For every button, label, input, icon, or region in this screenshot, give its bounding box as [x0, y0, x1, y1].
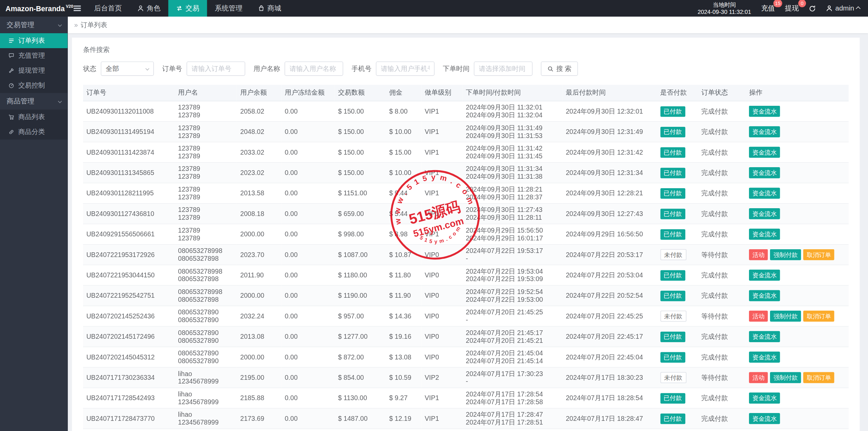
sidebar: 交易管理 订单列表 充值管理 提现管理 交易控制 商品管理: [0, 17, 67, 431]
cell-status: 等待付款: [698, 244, 746, 265]
action-cancel-order-button[interactable]: 取消订单: [803, 311, 834, 322]
action-activity-button[interactable]: 活动: [749, 372, 768, 383]
refresh-button[interactable]: [809, 5, 816, 12]
cell-paid: 未付款: [657, 244, 698, 265]
action-fund-flow-button[interactable]: 资金流水: [749, 270, 780, 281]
content: 条件搜索 状态 全部 订单号 用户名称: [67, 33, 868, 431]
phone-input[interactable]: [376, 61, 435, 76]
username: admin: [835, 4, 854, 12]
table-row: UB2407171728412976 lihao 12345678999 216…: [83, 429, 849, 431]
cell-last-pay-time: 2024年09月30日 12:28:21: [563, 183, 657, 203]
cell-username: lihao 12345678999: [175, 408, 237, 429]
withdraw-link[interactable]: 提现 0: [785, 4, 799, 13]
username-input[interactable]: [284, 61, 343, 76]
cell-order-pay-time: 2024年09月29日 15:56:50 2024年09月29日 16:01:1…: [462, 224, 563, 244]
action-fund-flow-button[interactable]: 资金流水: [749, 290, 780, 301]
cell-amount: $ 998.00: [335, 224, 386, 244]
topnav-item-trade[interactable]: 交易: [168, 0, 207, 17]
sidebar-group-goods[interactable]: 商品管理: [0, 93, 67, 110]
sidebar-item-withdraw[interactable]: 提现管理: [0, 63, 67, 78]
order-list-icon: [8, 38, 14, 44]
action-activity-button[interactable]: 活动: [749, 249, 768, 260]
cell-order-no: UB2409301131495194: [83, 121, 175, 142]
cell-last-pay-time: 2024年07月22日 20:53:04: [563, 265, 657, 285]
sidebar-submenu-goods: 商品列表 商品分类: [0, 110, 67, 139]
cell-vip-level: VIP0: [421, 326, 462, 347]
order-time-label: 下单时间: [443, 64, 469, 74]
user-menu[interactable]: admin: [826, 4, 860, 12]
cell-balance: 2166.58: [237, 429, 281, 431]
chevron-down-icon: [58, 23, 62, 27]
status-select[interactable]: 全部: [101, 61, 154, 76]
cell-commission: $ 9.44: [386, 183, 421, 203]
order-table: 订单号 用户名 用户余额 用户冻结金额 交易数额 佣金 做单级别 下单时间/付款…: [83, 85, 849, 431]
order-time-input[interactable]: [474, 61, 533, 76]
action-force-pay-button[interactable]: 强制付款: [770, 311, 801, 322]
row-actions: 资金流水: [749, 128, 782, 136]
row-actions: 活动强制付款取消订单: [749, 312, 836, 320]
cell-status: 完成付款: [698, 224, 746, 244]
hammer-icon: [8, 67, 14, 74]
cell-vip-level: VIP1: [421, 429, 462, 431]
action-fund-flow-button[interactable]: 资金流水: [749, 229, 780, 240]
action-fund-flow-button[interactable]: 资金流水: [749, 167, 780, 178]
topnav-item-role[interactable]: 角色: [130, 0, 168, 17]
cell-actions: 资金流水: [746, 429, 849, 431]
cell-order-pay-time: 2024年07月20日 21:45:25 -: [462, 306, 563, 326]
order-no-input[interactable]: [186, 61, 245, 76]
action-cancel-order-button[interactable]: 取消订单: [803, 249, 834, 260]
cell-frozen: 0.00: [281, 388, 335, 408]
action-fund-flow-button[interactable]: 资金流水: [749, 393, 780, 404]
refresh-icon: [809, 5, 816, 12]
action-activity-button[interactable]: 活动: [749, 311, 768, 322]
action-fund-flow-button[interactable]: 资金流水: [749, 147, 780, 158]
topnav-item-mall[interactable]: 商城: [250, 0, 289, 17]
cell-paid: 已付款: [657, 429, 698, 431]
cell-username: 08065327890 08065327890: [175, 347, 237, 367]
cell-status: 完成付款: [698, 408, 746, 429]
sidebar-item-trade-control[interactable]: 交易控制: [0, 78, 67, 93]
action-fund-flow-button[interactable]: 资金流水: [749, 208, 780, 219]
col-order-pay-time: 下单时间/付款时间: [462, 85, 563, 101]
col-frozen: 用户冻结金额: [281, 85, 335, 101]
cart-icon: [8, 114, 14, 120]
cell-last-pay-time: 2024年07月20日 22:45:25: [563, 306, 657, 326]
sidebar-item-order-list[interactable]: 订单列表: [0, 33, 67, 48]
search-button[interactable]: 搜 索: [541, 61, 578, 76]
action-force-pay-button[interactable]: 强制付款: [770, 372, 801, 383]
action-fund-flow-button[interactable]: 资金流水: [749, 413, 780, 424]
topnav-item-dashboard[interactable]: 后台首页: [86, 0, 130, 17]
cell-paid: 已付款: [657, 183, 698, 203]
sidebar-item-goods-category[interactable]: 商品分类: [0, 124, 67, 139]
cell-username: 080653278998 08065327898: [175, 244, 237, 265]
table-row: UB2409301127436810 123789 123789 2008.18…: [83, 203, 849, 224]
search-form: 状态 全部 订单号 用户名称 手机: [83, 61, 849, 76]
recharge-link[interactable]: 充值 15: [761, 4, 775, 13]
paid-badge: 未付款: [660, 372, 686, 383]
cell-order-pay-time: 2024年07月22日 19:52:54 2024年07月22日 19:53:0…: [462, 286, 563, 306]
topnav-item-system[interactable]: 系统管理: [207, 0, 250, 17]
action-cancel-order-button[interactable]: 取消订单: [803, 372, 834, 383]
cell-actions: 资金流水: [746, 286, 849, 306]
cell-vip-level: VIP0: [421, 286, 462, 306]
cell-order-pay-time: 2024年09月30日 11:28:21 2024年09月30日 11:28:3…: [462, 183, 563, 203]
table-row: UB2409301131423874 123789 123789 2033.02…: [83, 142, 849, 162]
action-fund-flow-button[interactable]: 资金流水: [749, 106, 780, 117]
action-force-pay-button[interactable]: 强制付款: [770, 249, 801, 260]
sidebar-item-recharge[interactable]: 充值管理: [0, 48, 67, 63]
cell-vip-level: VIP1: [421, 408, 462, 429]
action-fund-flow-button[interactable]: 资金流水: [749, 331, 780, 342]
cell-last-pay-time: 2024年09月30日 12:27:43: [563, 203, 657, 224]
table-row: UB2407221953172926 080653278998 08065327…: [83, 244, 849, 265]
cell-paid: 已付款: [657, 142, 698, 162]
action-fund-flow-button[interactable]: 资金流水: [749, 126, 780, 137]
action-fund-flow-button[interactable]: 资金流水: [749, 188, 780, 199]
row-actions: 资金流水: [749, 271, 782, 279]
cell-actions: 活动强制付款取消订单: [746, 306, 849, 326]
cell-username: 123789 123789: [175, 142, 237, 162]
app-logo: Amazon-BerandaV20: [0, 0, 67, 17]
sidebar-item-goods-list[interactable]: 商品列表: [0, 110, 67, 124]
breadcrumb-current: 订单列表: [81, 20, 107, 30]
action-fund-flow-button[interactable]: 资金流水: [749, 352, 780, 363]
sidebar-group-trade[interactable]: 交易管理: [0, 17, 67, 33]
